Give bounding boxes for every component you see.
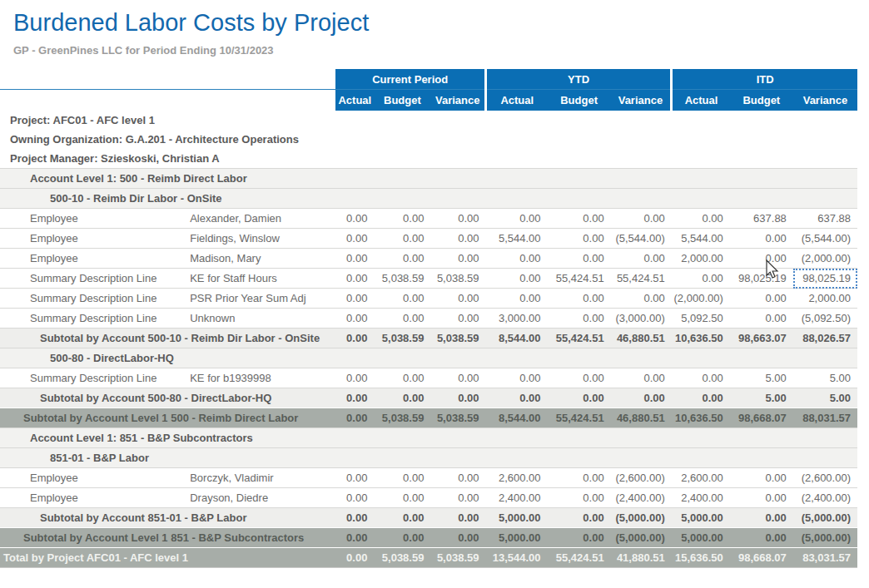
value-cell[interactable]: 637.88 — [730, 209, 793, 229]
value-cell[interactable]: 98,668.07 — [730, 548, 793, 568]
value-cell[interactable]: 0.00 — [730, 488, 793, 508]
focused-value-cell[interactable]: 98,025.19 — [793, 269, 857, 289]
value-cell[interactable]: 0.00 — [335, 269, 374, 289]
value-cell[interactable]: 0.00 — [374, 249, 430, 269]
value-cell[interactable]: 0.00 — [430, 368, 485, 388]
value-cell[interactable]: 5,000.00 — [486, 528, 548, 548]
value-cell[interactable]: 0.00 — [672, 269, 730, 289]
value-cell[interactable]: 0.00 — [730, 289, 793, 309]
value-cell[interactable]: 0.00 — [335, 528, 374, 548]
value-cell[interactable]: 0.00 — [548, 488, 611, 508]
value-cell[interactable]: 0.00 — [611, 368, 672, 388]
value-cell[interactable]: 0.00 — [374, 209, 430, 229]
value-cell[interactable]: 83,031.57 — [793, 548, 857, 568]
value-cell[interactable]: 98,663.07 — [730, 329, 793, 348]
value-cell[interactable]: 55,424.51 — [548, 548, 611, 568]
value-cell[interactable]: 0.00 — [374, 289, 430, 309]
value-cell[interactable]: (5,000.00) — [793, 528, 857, 548]
value-cell[interactable]: (5,092.50) — [793, 309, 857, 329]
value-cell[interactable]: (2,400.00) — [611, 488, 672, 508]
value-cell[interactable]: 13,544.00 — [486, 548, 548, 568]
value-cell[interactable]: 0.00 — [374, 229, 430, 249]
value-cell[interactable]: 0.00 — [335, 408, 374, 428]
value-cell[interactable]: 0.00 — [548, 229, 611, 249]
value-cell[interactable]: 5,038.59 — [430, 269, 485, 289]
value-cell[interactable]: 10,636.50 — [672, 408, 730, 428]
value-cell[interactable]: 55,424.51 — [548, 408, 611, 428]
value-cell[interactable]: 0.00 — [335, 508, 374, 528]
value-cell[interactable]: 0.00 — [430, 249, 485, 269]
value-cell[interactable]: 0.00 — [335, 368, 374, 388]
value-cell[interactable]: 5.00 — [793, 368, 857, 388]
value-cell[interactable]: (5,000.00) — [611, 508, 672, 528]
value-cell[interactable]: 5,038.59 — [374, 329, 430, 348]
value-cell[interactable]: (2,000.00) — [672, 289, 730, 309]
value-cell[interactable]: (2,400.00) — [793, 488, 857, 508]
value-cell[interactable]: 0.00 — [672, 209, 730, 229]
value-cell[interactable]: 0.00 — [486, 249, 548, 269]
value-cell[interactable]: 2,600.00 — [486, 468, 548, 488]
value-cell[interactable]: 5,038.59 — [430, 548, 485, 568]
value-cell[interactable]: (2,600.00) — [793, 468, 857, 488]
value-cell[interactable]: 5,038.59 — [430, 329, 485, 348]
value-cell[interactable]: 5,038.59 — [430, 408, 485, 428]
value-cell[interactable]: 0.00 — [548, 209, 611, 229]
value-cell[interactable]: 0.00 — [430, 289, 485, 309]
value-cell[interactable]: 0.00 — [430, 508, 485, 528]
value-cell[interactable]: 0.00 — [611, 289, 672, 309]
value-cell[interactable]: (3,000.00) — [611, 309, 672, 329]
value-cell[interactable]: 0.00 — [548, 368, 611, 388]
value-cell[interactable]: (5,544.00) — [611, 229, 672, 249]
value-cell[interactable]: 0.00 — [611, 388, 672, 408]
value-cell[interactable]: 2,000.00 — [672, 249, 730, 269]
value-cell[interactable]: 0.00 — [335, 468, 374, 488]
value-cell[interactable]: 5.00 — [793, 388, 857, 408]
value-cell[interactable]: 0.00 — [486, 368, 548, 388]
value-cell[interactable]: 0.00 — [430, 209, 485, 229]
value-cell[interactable]: 0.00 — [486, 289, 548, 309]
value-cell[interactable]: 55,424.51 — [611, 269, 672, 289]
value-cell[interactable]: 0.00 — [486, 269, 548, 289]
value-cell[interactable]: 5.00 — [730, 368, 793, 388]
value-cell[interactable]: 0.00 — [611, 249, 672, 269]
value-cell[interactable]: 0.00 — [730, 249, 793, 269]
value-cell[interactable]: (5,544.00) — [793, 229, 857, 249]
value-cell[interactable]: 3,000.00 — [486, 309, 548, 329]
value-cell[interactable]: 0.00 — [374, 309, 430, 329]
value-cell[interactable]: 2,600.00 — [672, 468, 730, 488]
value-cell[interactable]: 8,544.00 — [486, 408, 548, 428]
value-cell[interactable]: 0.00 — [335, 249, 374, 269]
value-cell[interactable]: 98,025.19 — [730, 269, 793, 289]
value-cell[interactable]: 0.00 — [548, 388, 611, 408]
value-cell[interactable]: 0.00 — [335, 388, 374, 408]
value-cell[interactable]: 0.00 — [548, 249, 611, 269]
value-cell[interactable]: 5.00 — [730, 388, 793, 408]
value-cell[interactable]: 0.00 — [486, 209, 548, 229]
value-cell[interactable]: 0.00 — [335, 309, 374, 329]
value-cell[interactable]: 0.00 — [548, 468, 611, 488]
value-cell[interactable]: 88,026.57 — [793, 329, 857, 348]
value-cell[interactable]: 0.00 — [335, 488, 374, 508]
value-cell[interactable]: 0.00 — [548, 309, 611, 329]
value-cell[interactable]: 5,000.00 — [672, 528, 730, 548]
value-cell[interactable]: 0.00 — [335, 548, 374, 568]
value-cell[interactable]: 0.00 — [672, 388, 730, 408]
value-cell[interactable]: 55,424.51 — [548, 329, 611, 348]
value-cell[interactable]: 2,000.00 — [793, 289, 857, 309]
value-cell[interactable]: 0.00 — [730, 468, 793, 488]
value-cell[interactable]: 0.00 — [374, 388, 430, 408]
value-cell[interactable]: (5,000.00) — [611, 528, 672, 548]
value-cell[interactable]: 0.00 — [430, 468, 485, 488]
value-cell[interactable]: 0.00 — [430, 229, 485, 249]
value-cell[interactable]: 98,668.07 — [730, 408, 793, 428]
value-cell[interactable]: 8,544.00 — [486, 329, 548, 348]
value-cell[interactable]: 0.00 — [430, 488, 485, 508]
value-cell[interactable]: 0.00 — [548, 289, 611, 309]
value-cell[interactable]: (5,000.00) — [793, 508, 857, 528]
value-cell[interactable]: 5,092.50 — [672, 309, 730, 329]
value-cell[interactable]: 5,544.00 — [486, 229, 548, 249]
value-cell[interactable]: (2,000.00) — [793, 249, 857, 269]
value-cell[interactable]: 15,636.50 — [672, 548, 730, 568]
value-cell[interactable]: 5,038.59 — [374, 548, 430, 568]
value-cell[interactable]: 0.00 — [548, 528, 611, 548]
